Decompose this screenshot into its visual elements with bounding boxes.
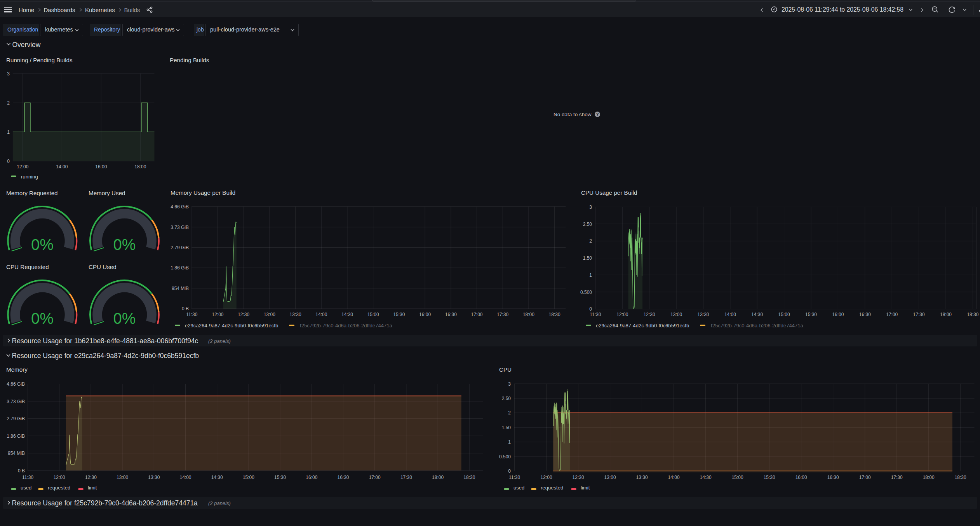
svg-text:18:00: 18:00: [134, 164, 146, 170]
svg-text:17:30: 17:30: [400, 475, 412, 480]
svg-text:12:00: 12:00: [212, 312, 223, 317]
svg-text:12:00: 12:00: [616, 312, 628, 317]
svg-text:14:00: 14:00: [668, 475, 680, 480]
svg-text:13:00: 13:00: [264, 312, 275, 317]
svg-text:2: 2: [589, 238, 592, 244]
svg-text:15:30: 15:30: [764, 475, 775, 480]
svg-text:0%: 0%: [31, 310, 54, 327]
svg-text:14:00: 14:00: [315, 312, 327, 317]
svg-text:17:30: 17:30: [497, 312, 508, 317]
svg-text:2.50: 2.50: [502, 396, 511, 401]
svg-text:15:30: 15:30: [274, 475, 286, 480]
svg-text:12:30: 12:30: [238, 312, 249, 317]
svg-text:16:00: 16:00: [795, 475, 807, 480]
svg-text:17:00: 17:00: [859, 475, 871, 480]
svg-text:1.86 GiB: 1.86 GiB: [7, 433, 25, 439]
svg-text:2.50: 2.50: [583, 222, 592, 227]
svg-text:11:30: 11:30: [22, 475, 33, 480]
svg-text:11:30: 11:30: [590, 312, 601, 317]
svg-text:2.79 GiB: 2.79 GiB: [7, 416, 25, 421]
svg-text:954 MiB: 954 MiB: [172, 286, 189, 291]
svg-text:4.66 GiB: 4.66 GiB: [7, 381, 25, 387]
svg-text:1: 1: [7, 129, 10, 135]
svg-text:17:00: 17:00: [886, 312, 898, 317]
svg-text:12:00: 12:00: [17, 164, 28, 170]
svg-text:1.86 GiB: 1.86 GiB: [171, 265, 189, 271]
svg-text:16:30: 16:30: [827, 475, 839, 480]
svg-text:16:00: 16:00: [419, 312, 431, 317]
svg-text:17:00: 17:00: [369, 475, 381, 480]
svg-text:14:30: 14:30: [751, 312, 763, 317]
svg-text:3.73 GiB: 3.73 GiB: [7, 399, 25, 404]
svg-text:17:30: 17:30: [913, 312, 925, 317]
svg-text:1.50: 1.50: [583, 255, 592, 261]
svg-text:14:30: 14:30: [341, 312, 353, 317]
svg-text:954 MiB: 954 MiB: [8, 451, 25, 456]
svg-text:12:30: 12:30: [85, 475, 97, 480]
svg-text:13:30: 13:30: [148, 475, 160, 480]
svg-text:17:00: 17:00: [471, 312, 482, 317]
svg-text:3.73 GiB: 3.73 GiB: [171, 225, 189, 230]
svg-text:?: ?: [596, 112, 599, 117]
svg-text:18:00: 18:00: [523, 312, 534, 317]
svg-text:14:30: 14:30: [700, 475, 712, 480]
svg-text:14:00: 14:00: [179, 475, 191, 480]
svg-text:18:30: 18:30: [463, 475, 475, 480]
svg-text:0.500: 0.500: [499, 454, 511, 460]
svg-text:0%: 0%: [113, 236, 136, 253]
svg-text:18:30: 18:30: [967, 312, 978, 317]
svg-text:0%: 0%: [31, 236, 54, 253]
svg-text:3: 3: [7, 71, 10, 77]
svg-text:14:00: 14:00: [56, 164, 68, 170]
svg-text:0 B: 0 B: [18, 468, 25, 474]
svg-text:1: 1: [508, 439, 511, 445]
svg-text:0%: 0%: [113, 310, 136, 327]
svg-text:1: 1: [589, 273, 592, 278]
svg-text:14:00: 14:00: [724, 312, 736, 317]
svg-text:17:30: 17:30: [891, 475, 903, 480]
svg-text:16:00: 16:00: [832, 312, 844, 317]
svg-text:2: 2: [508, 410, 511, 416]
svg-text:12:30: 12:30: [573, 475, 584, 480]
svg-text:2.79 GiB: 2.79 GiB: [171, 245, 189, 250]
svg-text:0: 0: [589, 306, 592, 312]
svg-text:0: 0: [508, 468, 511, 474]
svg-text:18:00: 18:00: [923, 475, 935, 480]
svg-text:18:00: 18:00: [432, 475, 444, 480]
svg-text:15:00: 15:00: [732, 475, 743, 480]
svg-text:18:30: 18:30: [955, 475, 966, 480]
svg-text:11:30: 11:30: [509, 475, 520, 480]
svg-text:12:00: 12:00: [54, 475, 65, 480]
svg-text:18:00: 18:00: [940, 312, 952, 317]
svg-text:15:30: 15:30: [393, 312, 405, 317]
svg-text:16:00: 16:00: [306, 475, 317, 480]
svg-text:15:00: 15:00: [367, 312, 379, 317]
svg-text:0.500: 0.500: [580, 290, 592, 295]
svg-text:16:30: 16:30: [859, 312, 871, 317]
svg-text:13:00: 13:00: [117, 475, 128, 480]
svg-text:15:00: 15:00: [243, 475, 254, 480]
svg-text:15:30: 15:30: [805, 312, 817, 317]
svg-text:16:00: 16:00: [95, 164, 107, 170]
svg-text:1.50: 1.50: [502, 425, 511, 430]
svg-text:12:00: 12:00: [541, 475, 552, 480]
svg-text:13:30: 13:30: [697, 312, 709, 317]
svg-text:11:30: 11:30: [186, 312, 197, 317]
svg-text:3: 3: [589, 204, 592, 210]
svg-text:13:00: 13:00: [670, 312, 682, 317]
svg-text:0: 0: [7, 159, 10, 164]
svg-text:13:00: 13:00: [604, 475, 616, 480]
svg-text:14:30: 14:30: [211, 475, 223, 480]
svg-text:15:00: 15:00: [778, 312, 790, 317]
svg-text:16:30: 16:30: [445, 312, 457, 317]
svg-text:4.66 GiB: 4.66 GiB: [171, 204, 189, 210]
svg-text:12:30: 12:30: [644, 312, 655, 317]
svg-text:3: 3: [508, 381, 511, 387]
svg-text:2: 2: [7, 100, 10, 106]
svg-text:18:30: 18:30: [549, 312, 560, 317]
svg-text:16:30: 16:30: [337, 475, 349, 480]
svg-text:0 B: 0 B: [182, 306, 189, 311]
svg-text:13:30: 13:30: [290, 312, 301, 317]
svg-text:13:30: 13:30: [636, 475, 648, 480]
